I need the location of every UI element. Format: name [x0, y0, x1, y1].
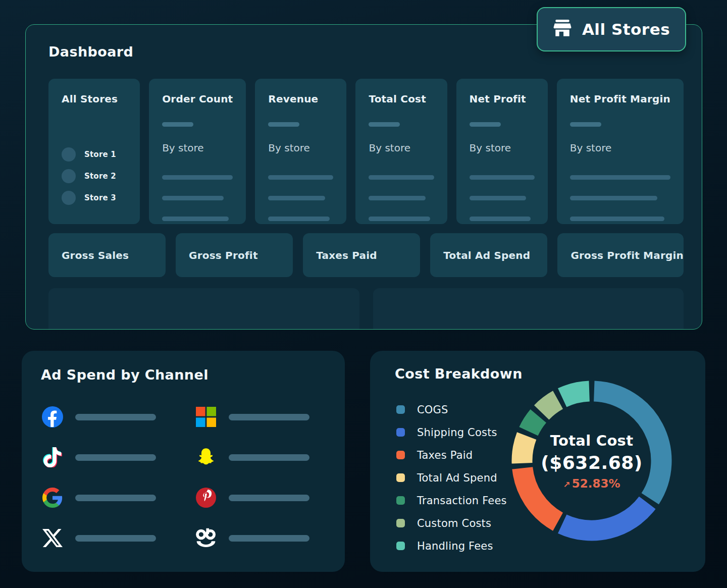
all-stores-button[interactable]: All Stores: [537, 7, 686, 51]
channel-row-taboola: [195, 518, 328, 558]
skeleton-pill: [162, 122, 193, 127]
donut-segment-taxes-paid: [523, 468, 558, 521]
legend-swatch: [396, 428, 405, 437]
card-total-cost: Total Cost By store: [355, 79, 447, 224]
cost-breakdown-legend: COGS Shipping Costs Taxes Paid Total Ad …: [396, 398, 507, 557]
skeleton-pill: [570, 122, 601, 127]
legend-label: Custom Costs: [417, 517, 491, 529]
pinterest-icon: [195, 487, 217, 508]
tiktok-icon: [42, 447, 63, 468]
store-avatar: [62, 147, 76, 162]
card-net-profit-margin: Net Profit Margin By store: [557, 79, 684, 224]
skeleton-pill: [369, 122, 400, 127]
legend-label: Transaction Fees: [417, 495, 507, 507]
channel-row-google: [42, 477, 174, 518]
legend-swatch: [396, 496, 405, 505]
donut-svg: [511, 380, 672, 542]
card-net-profit: Net Profit By store: [456, 79, 548, 224]
skeleton-bar: [470, 196, 526, 200]
legend-label: Taxes Paid: [417, 449, 473, 461]
store-name: Store 3: [84, 193, 116, 202]
skeleton-bar: [229, 414, 309, 420]
legend-swatch: [396, 451, 405, 459]
skeleton-bar: [162, 217, 229, 221]
store-list-item-1[interactable]: Store 1: [62, 147, 127, 162]
skeleton-bar: [570, 175, 670, 180]
card-gross-profit-margin: Gross Profit Margin: [557, 233, 684, 277]
facebook-icon: [42, 406, 63, 427]
google-icon: [42, 487, 63, 508]
skeleton-bar: [470, 175, 535, 180]
summary-card-label: Gross Profit Margin: [570, 249, 684, 261]
summary-card-row: Gross Sales Gross Profit Taxes Paid Tota…: [48, 233, 684, 277]
skeleton-bars: [470, 175, 535, 221]
legend-swatch: [396, 473, 405, 482]
store-list-item-3[interactable]: Store 3: [62, 191, 127, 205]
card-total-ad-spend: Total Ad Spend: [430, 233, 547, 277]
cost-donut-chart: Total Cost ($632.68) ↗52.83%: [511, 380, 672, 542]
skeleton-bar: [75, 495, 156, 501]
legend-label: Shipping Costs: [417, 426, 497, 439]
skeleton-bars: [162, 175, 233, 221]
metric-card-row: All Stores Store 1 Store 2 Store 3 Order…: [48, 79, 684, 224]
skeleton-bar: [369, 196, 425, 200]
metric-card-title: Order Count: [162, 93, 233, 105]
skeleton-bar: [75, 454, 156, 461]
channel-row-x: [42, 518, 174, 558]
skeleton-bar: [229, 454, 309, 461]
skeleton-bar: [570, 196, 657, 200]
placeholder-card: [48, 288, 359, 330]
channel-row-tiktok: [42, 437, 174, 477]
taboola-icon: [195, 527, 217, 549]
channel-row-snapchat: [195, 437, 328, 477]
legend-item-shipping-costs: Shipping Costs: [396, 421, 507, 444]
skeleton-bar: [229, 535, 309, 542]
placeholder-card: [373, 288, 684, 330]
legend-label: Total Ad Spend: [417, 472, 497, 484]
storefront-icon: [553, 20, 572, 39]
store-avatar: [62, 169, 76, 183]
legend-label: COGS: [417, 404, 448, 416]
skeleton-bar: [369, 217, 430, 221]
metric-card-title: Net Profit Margin: [570, 93, 670, 105]
skeleton-bars: [369, 175, 434, 221]
skeleton-bar: [268, 175, 333, 180]
skeleton-bar: [75, 414, 156, 420]
x-icon: [42, 527, 63, 549]
metric-card-subtitle: By store: [470, 142, 535, 154]
legend-item-custom-costs: Custom Costs: [396, 512, 507, 534]
channel-row-facebook: [42, 397, 174, 437]
skeleton-bar: [268, 196, 325, 200]
card-order-count: Order Count By store: [149, 79, 246, 224]
skeleton-bar: [162, 175, 233, 180]
skeleton-bars: [570, 175, 670, 221]
donut-segment-transaction-fees: [529, 416, 538, 431]
summary-card-label: Gross Sales: [62, 249, 129, 261]
cost-breakdown-panel: Cost Breakdown COGS Shipping Costs Taxes…: [370, 351, 705, 572]
legend-swatch: [396, 542, 405, 550]
card-gross-profit: Gross Profit: [176, 233, 293, 277]
channel-row-pinterest: [195, 477, 328, 518]
summary-card-label: Taxes Paid: [316, 249, 377, 261]
summary-card-label: Total Ad Spend: [443, 249, 530, 261]
metric-card-subtitle: By store: [570, 142, 670, 154]
donut-segment-shipping-costs: [562, 503, 648, 530]
legend-item-handling-fees: Handling Fees: [396, 534, 507, 557]
store-list-item-2[interactable]: Store 2: [62, 169, 127, 183]
legend-item-total-ad-spend: Total Ad Spend: [396, 466, 507, 489]
card-all-stores: All Stores Store 1 Store 2 Store 3: [48, 79, 140, 224]
skeleton-pill: [470, 122, 501, 127]
donut-segment-custom-costs: [542, 400, 558, 412]
legend-swatch: [396, 405, 405, 414]
metric-card-title: Revenue: [268, 93, 333, 105]
card-taxes-paid: Taxes Paid: [303, 233, 420, 277]
channel-grid: [42, 397, 327, 558]
page-title: Dashboard: [48, 44, 133, 60]
ad-spend-title: Ad Spend by Channel: [41, 367, 209, 383]
skeleton-bar: [162, 196, 224, 200]
summary-card-label: Gross Profit: [189, 249, 258, 261]
store-name: Store 2: [84, 172, 116, 181]
cost-breakdown-title: Cost Breakdown: [395, 366, 523, 382]
store-name: Store 1: [84, 150, 116, 159]
donut-segment-total-ad-spend: [522, 436, 527, 463]
